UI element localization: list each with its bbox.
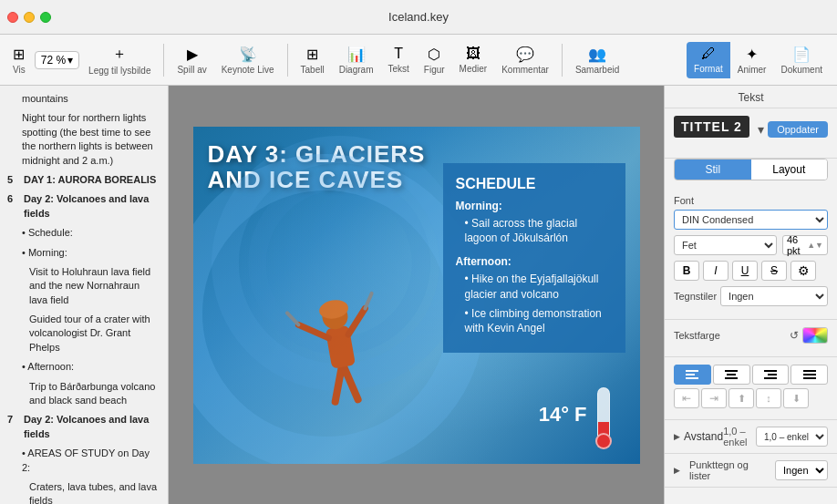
punkttegn-label: Punkttegn og lister: [689, 459, 764, 481]
media-label: Medier: [460, 64, 488, 74]
avstand-value: 1,0 – enkel: [723, 426, 752, 447]
format-tab-button[interactable]: 🖊 Format: [687, 42, 730, 78]
table-button[interactable]: ⊞ Tabell: [295, 42, 330, 78]
keynote-live-label: Keynote Live: [222, 65, 274, 75]
font-size-stepper-icon: ▲▼: [807, 242, 823, 250]
slide-title: Day 2: Volcanoes and lava fields: [24, 192, 160, 221]
chart-icon: 📊: [347, 46, 366, 63]
punkttegn-row: ▶ Punkttegn og lister Ingen: [665, 454, 837, 488]
title-bar: Iceland.key: [0, 0, 837, 35]
afternoon-label: Afternoon:: [456, 255, 613, 268]
comment-label: Kommentar: [501, 65, 549, 75]
add-slide-button[interactable]: ＋ Legg til lysbilde: [83, 41, 156, 79]
align-center-icon: [725, 369, 738, 380]
update-button[interactable]: Oppdater: [768, 121, 828, 138]
valign-top-button[interactable]: ⬆: [728, 388, 754, 408]
indent-decrease-button[interactable]: ⇤: [674, 388, 699, 408]
main-area: mountains Night tour for northern lights…: [0, 86, 837, 504]
chart-button[interactable]: 📊 Diagram: [334, 42, 379, 78]
avstand-select[interactable]: 1,0 – enkel: [756, 427, 828, 447]
strikethrough-button[interactable]: S: [761, 261, 787, 281]
indent-decrease-icon: ⇤: [682, 392, 691, 405]
vis-button[interactable]: ⊞ Vis: [7, 42, 31, 78]
shape-icon: ⬡: [428, 46, 440, 63]
zoom-control[interactable]: 72 % ▾: [35, 51, 79, 69]
font-family-select[interactable]: DIN Condensed: [674, 210, 828, 230]
list-item[interactable]: 5 DAY 1: AURORA BOREALIS: [0, 170, 168, 190]
svg-rect-19: [803, 374, 816, 375]
text-label: Tekst: [388, 64, 408, 74]
format-icon: 🖊: [701, 46, 716, 62]
color-refresh-icon[interactable]: ↺: [790, 329, 799, 342]
svg-line-7: [286, 311, 297, 326]
align-buttons: [674, 365, 828, 385]
list-item: Guided tour of a crater with volcanologi…: [0, 310, 168, 357]
list-item: Night tour for northern lights spotting …: [0, 108, 168, 170]
fullscreen-button[interactable]: [40, 12, 51, 23]
disclosure-arrow-icon: ▶: [674, 432, 680, 441]
title-controls: ▾ Oppdater: [758, 121, 828, 138]
align-right-button[interactable]: [752, 365, 790, 385]
disclosure-arrow-icon-2: ▶: [674, 466, 680, 475]
svg-rect-18: [803, 370, 816, 372]
color-swatch[interactable]: [802, 327, 828, 344]
align-left-button[interactable]: [674, 365, 711, 385]
tab-layout[interactable]: Layout: [751, 159, 828, 180]
underline-button[interactable]: U: [732, 261, 758, 281]
temperature-value: 14° F: [539, 403, 587, 427]
canvas-area[interactable]: Day 3: Glaciers and Ice Caves: [169, 86, 664, 504]
list-item: • AREAS OF STUDY on Day 2:: [0, 444, 168, 478]
vis-icon: ⊞: [13, 46, 25, 63]
comment-button[interactable]: 💬 Kommentar: [496, 42, 554, 78]
comment-icon: 💬: [516, 46, 534, 63]
avstand-label: Avstand: [684, 430, 723, 443]
title-box: TITTEL 2 ▾ Oppdater: [674, 116, 828, 143]
shape-button[interactable]: ⬡ Figur: [418, 42, 450, 78]
valign-bottom-button[interactable]: ⬇: [783, 388, 809, 408]
font-section: Font DIN Condensed Fet 46 pkt ▲▼ B I U: [665, 188, 837, 320]
font-size-display[interactable]: 46 pkt ▲▼: [782, 235, 828, 255]
tegnstiler-row: Tegnstiler Ingen: [674, 286, 828, 306]
schedule-title: SCHEDULE: [456, 176, 613, 192]
tegnstiler-select[interactable]: Ingen: [720, 286, 828, 306]
media-button[interactable]: 🖼 Medier: [454, 42, 493, 77]
slide-title: Day 2: Volcanoes and lava fields: [24, 413, 160, 441]
align-right-icon: [764, 369, 777, 380]
tab-stil[interactable]: Stil: [675, 159, 751, 180]
animate-tab-button[interactable]: ✦ Animer: [730, 42, 774, 78]
play-button[interactable]: ▶ Spill av: [171, 42, 212, 78]
punkttegn-select[interactable]: Ingen: [775, 460, 828, 480]
svg-rect-20: [803, 377, 816, 379]
avstand-disclosure[interactable]: ▶ Avstand 1,0 – enkel 1,0 – enkel: [665, 420, 837, 454]
tekstfarge-label: Tekstfarge: [674, 330, 790, 341]
svg-rect-14: [725, 377, 738, 379]
svg-line-8: [362, 293, 373, 308]
list-item[interactable]: 6 Day 2: Volcanoes and lava fields: [0, 190, 168, 223]
title-style-preview[interactable]: TITTEL 2: [674, 116, 749, 138]
format-buttons: B I U S ⚙: [674, 261, 828, 281]
align-justify-button[interactable]: [790, 365, 828, 385]
table-label: Tabell: [301, 65, 325, 75]
title-dropdown-icon[interactable]: ▾: [758, 122, 764, 137]
shape-label: Figur: [424, 65, 445, 75]
font-weight-select[interactable]: Fet: [674, 235, 777, 255]
avstand-right: 1,0 – enkel 1,0 – enkel: [723, 426, 828, 447]
separator-1: [163, 44, 164, 77]
indent-increase-icon: ⇥: [709, 392, 718, 405]
close-button[interactable]: [7, 12, 18, 23]
indent-increase-button[interactable]: ⇥: [701, 388, 727, 408]
italic-button[interactable]: I: [703, 261, 728, 281]
text-options-button[interactable]: ⚙: [790, 261, 816, 281]
align-center-button[interactable]: [713, 365, 750, 385]
valign-middle-button[interactable]: ↕: [756, 388, 781, 408]
collaborate-button[interactable]: 👥 Samarbeid: [570, 42, 625, 78]
keynote-live-button[interactable]: 📡 Keynote Live: [216, 42, 280, 78]
font-size-value: 46 pkt: [787, 234, 807, 256]
text-button[interactable]: T Tekst: [382, 42, 414, 77]
svg-rect-12: [725, 370, 738, 372]
bold-button[interactable]: B: [674, 261, 699, 281]
minimize-button[interactable]: [24, 12, 35, 23]
document-tab-button[interactable]: 📄 Dokument: [773, 42, 830, 78]
list-item[interactable]: 7 Day 2: Volcanoes and lava fields: [0, 410, 168, 444]
morning-bullet-1: Sail across the glacial lagoon of Jökuls…: [456, 216, 613, 247]
